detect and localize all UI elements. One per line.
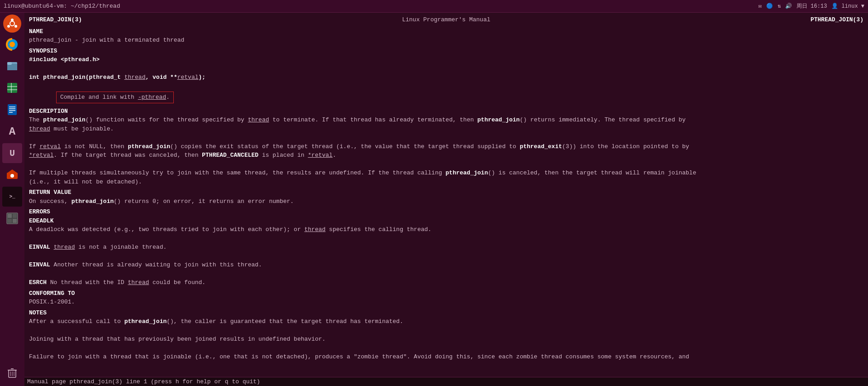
man-header-center: Linux Programmer's Manual	[402, 15, 490, 24]
titlebar: linux@ubuntu64-vm: ~/chp12/thread ✉ 🔵 ⇅ …	[0, 0, 868, 13]
sidebar: A U >_	[0, 13, 24, 386]
errors-heading: ERRORS	[29, 208, 50, 215]
svg-rect-9	[7, 62, 12, 65]
return-heading: RETURN VALUE	[29, 189, 72, 196]
synopsis-proto: int pthread_join(pthread_t thread, void …	[29, 74, 205, 81]
terminal-window: PTHREAD_JOIN(3) Linux Programmer's Manua…	[24, 13, 868, 386]
man-page-header: PTHREAD_JOIN(3) Linux Programmer's Manua…	[29, 15, 863, 24]
software-center-icon[interactable]	[2, 165, 22, 185]
spreadsheet-icon[interactable]	[2, 78, 22, 98]
trash-icon[interactable]	[2, 362, 22, 382]
terminal-icon[interactable]: >_	[2, 187, 22, 207]
writer-icon[interactable]	[2, 100, 22, 120]
ubuntu-icon[interactable]	[3, 14, 21, 33]
email-icon: ✉	[758, 3, 762, 10]
status-bar: Manual page pthread_join(3) line 1 (pres…	[24, 377, 868, 386]
workspace-icon[interactable]	[2, 208, 22, 228]
desc-line3b: (i.e., it will not be detached).	[29, 179, 142, 185]
man-page-content: PTHREAD_JOIN(3) Linux Programmer's Manua…	[29, 15, 863, 362]
svg-rect-23	[8, 214, 12, 218]
edeadlk-text: A deadlock was detected (e.g., two threa…	[29, 226, 431, 233]
network-icon: ⇅	[777, 3, 781, 10]
desc-line2: If retval is not NULL, then pthread_join…	[29, 143, 689, 150]
font-icon[interactable]: A	[2, 121, 22, 141]
svg-point-2	[7, 25, 10, 28]
titlebar-right-icons: ✉ 🔵 ⇅ 🔊 周日 16:13 👤 linux ▼	[758, 2, 864, 10]
conforming-section: CONFORMING TO POSIX.1-2001.	[29, 289, 863, 307]
svg-rect-25	[8, 219, 12, 223]
desc-line1: The pthread_join() function waits for th…	[29, 116, 686, 123]
firefox-icon[interactable]	[2, 34, 22, 54]
svg-marker-20	[8, 169, 17, 173]
description-section: DESCRIPTION The pthread_join() function …	[29, 107, 863, 187]
svg-rect-26	[13, 219, 17, 223]
return-text: On success, pthread_join() returns 0; on…	[29, 198, 294, 205]
einval2-line: EINVAL Another thread is already waiting…	[29, 261, 262, 268]
desc-line3: If multiple threads simultaneously try t…	[29, 169, 696, 176]
conforming-heading: CONFORMING TO	[29, 290, 75, 297]
svg-rect-24	[13, 214, 17, 218]
svg-rect-8	[7, 64, 17, 70]
conforming-text: POSIX.1-2001.	[29, 299, 75, 305]
synopsis-heading: SYNOPSIS	[29, 48, 57, 54]
compile-link-box: Compile and link with -pthread.	[56, 92, 174, 103]
volume-icon: 🔊	[785, 3, 792, 10]
svg-rect-10	[7, 83, 17, 93]
name-text: pthread_join - join with a terminated th…	[29, 37, 184, 43]
notes-line3: Failure to join with a thread that is jo…	[29, 353, 689, 360]
notes-heading: NOTES	[29, 309, 47, 316]
einval1-line: EINVAL thread is not a joinable thread.	[29, 244, 167, 251]
synopsis-include: #include <pthread.h>	[29, 56, 100, 63]
bluetooth-icon: 🔵	[766, 3, 773, 10]
errors-section: ERRORS EDEADLK A deadlock was detected (…	[29, 207, 863, 287]
notes-section: NOTES After a successful call to pthread…	[29, 309, 863, 362]
name-heading: NAME	[29, 28, 43, 35]
synopsis-section: SYNOPSIS #include <pthread.h> int pthrea…	[29, 47, 863, 105]
notes-line1: After a successful call to pthread_join(…	[29, 318, 403, 325]
description-heading: DESCRIPTION	[29, 108, 68, 115]
name-section: NAME pthread_join - join with a terminat…	[29, 27, 863, 45]
edeadlk-label: EDEADLK	[29, 217, 54, 224]
esrch-line: ESRCH No thread with the ID thread could…	[29, 279, 205, 286]
desc-line2b: *retval. If the target thread was cancel…	[29, 152, 336, 159]
svg-point-6	[10, 42, 15, 47]
titlebar-title: linux@ubuntu64-vm: ~/chp12/thread	[4, 3, 120, 10]
svg-point-3	[14, 25, 17, 28]
files-icon[interactable]	[2, 56, 22, 76]
user-label: 👤 linux ▼	[831, 3, 864, 10]
desc-line1b: thread must be joinable.	[29, 125, 114, 132]
theme-icon[interactable]: U	[2, 143, 22, 163]
datetime-label: 周日 16:13	[796, 2, 827, 10]
man-header-left: PTHREAD_JOIN(3)	[29, 15, 82, 24]
status-text: Manual page pthread_join(3) line 1 (pres…	[27, 378, 260, 385]
svg-point-21	[10, 174, 14, 178]
return-section: RETURN VALUE On success, pthread_join() …	[29, 188, 863, 206]
svg-rect-14	[8, 104, 17, 115]
man-header-right: PTHREAD_JOIN(3)	[811, 15, 863, 24]
compile-text: Compile and link with -pthread.	[60, 94, 170, 101]
notes-line2: Joining with a thread that has previousl…	[29, 336, 325, 343]
